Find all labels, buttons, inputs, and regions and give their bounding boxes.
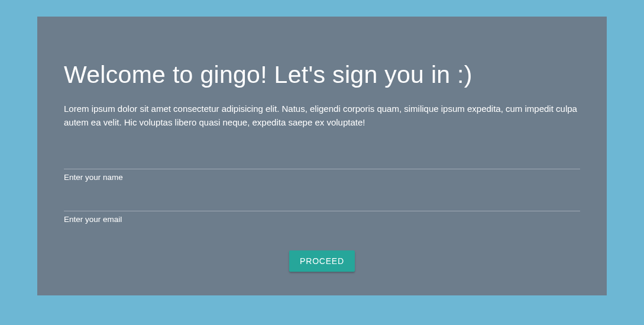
proceed-button[interactable]: Proceed: [289, 250, 355, 272]
button-row: Proceed: [64, 250, 580, 272]
signin-card: Welcome to gingo! Let's sign you in :) L…: [37, 17, 607, 295]
card-description: Lorem ipsum dolor sit amet consectetur a…: [64, 102, 580, 130]
email-label: Enter your email: [64, 215, 580, 224]
name-input[interactable]: [64, 150, 580, 169]
name-label: Enter your name: [64, 173, 580, 182]
email-input[interactable]: [64, 192, 580, 211]
card-title: Welcome to gingo! Let's sign you in :): [64, 61, 580, 89]
email-field-wrapper: Enter your email: [64, 192, 580, 224]
name-field-wrapper: Enter your name: [64, 150, 580, 182]
